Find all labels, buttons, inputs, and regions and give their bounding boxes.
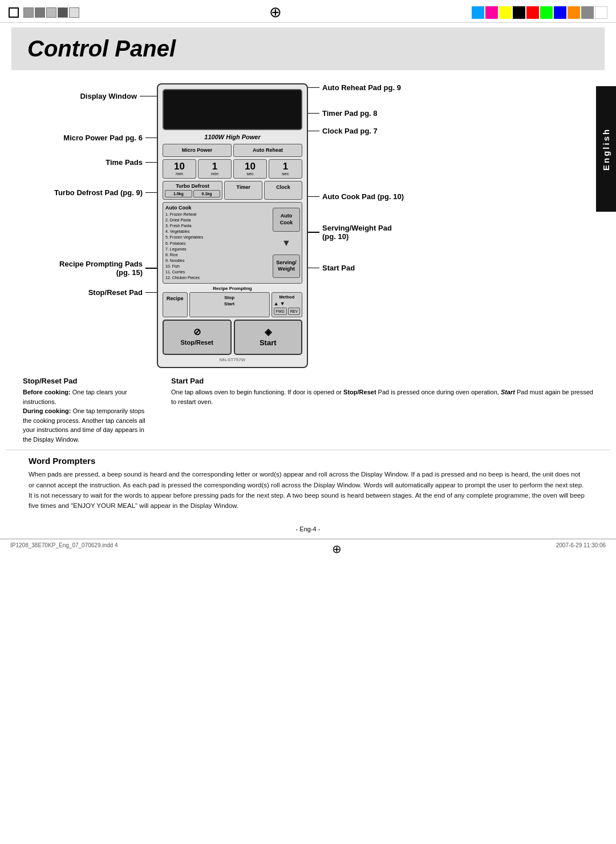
stop-reset-button[interactable]: ⊘ Stop/Reset (163, 320, 232, 355)
start-desc-title: Start Pad (171, 377, 593, 385)
crosshair-bottom-icon: ⊕ (332, 542, 342, 556)
fwd-button[interactable]: FWD (274, 308, 287, 315)
auto-cook-button[interactable]: Auto Cook (273, 208, 300, 231)
microwave-panel-container: 1100W High Power Micro Power Auto Reheat… (157, 75, 308, 368)
auto-cook-item-12: 12. Chicken Pieces (165, 275, 269, 281)
turbo-defrost-button[interactable]: Turbo Defrost 1.0kg 0.1kg (163, 181, 222, 200)
start-description: Start Pad One tap allows oven to begin f… (171, 377, 593, 406)
bottom-descriptions: Stop/Reset Pad Before cooking: One tap c… (0, 368, 616, 450)
serving-weight-pad-label: Serving/Weight Pad (pg. 10) (308, 224, 445, 241)
word-prompters-section: Word Prompters When pads are pressed, a … (6, 450, 610, 517)
defrost-01kg-button[interactable]: 0.1kg (193, 190, 221, 197)
footer-right: 2007-6-29 11:30:06 (556, 542, 606, 556)
rev-button[interactable]: REV (288, 308, 300, 315)
auto-cook-item-11: 11. Curries (165, 269, 269, 275)
down-arrow-icon: ▼ (282, 238, 291, 248)
right-labels-column: Auto Reheat Pad pg. 9 Timer Pad pg. 8 Cl… (308, 75, 445, 272)
auto-cook-item-3: 3. Fresh Pasta (165, 223, 269, 229)
auto-cook-item-9: 9. Noodles (165, 258, 269, 264)
diagram-area: Display Window Micro Power Pad pg. 6 Tim… (0, 75, 616, 368)
big-buttons-row: ⊘ Stop/Reset ◈ Start (163, 320, 302, 355)
method-label: Method (274, 294, 300, 300)
top-btn-row: Micro Power Auto Reheat (163, 144, 302, 157)
page-number: - Eng-4 - (0, 517, 616, 536)
top-registration: ⊕ (0, 0, 616, 23)
auto-cook-item-5: 5. Frozen Vegetables (165, 235, 269, 240)
time-pad-10sec[interactable]: 10 sec (233, 159, 267, 179)
recipe-row: Recipe StopStart Method ▲ ▼ FWD REV (163, 292, 302, 317)
microwave-panel: 1100W High Power Micro Power Auto Reheat… (157, 83, 308, 368)
stop-reset-desc-title: Stop/Reset Pad (23, 377, 154, 385)
auto-cook-right-buttons: Auto Cook ▼ Serving/ Weight (271, 203, 302, 284)
auto-cook-pad-label: Auto Cook Pad (pg. 10) (308, 192, 445, 201)
stop-reset-description: Stop/Reset Pad Before cooking: One tap c… (23, 377, 154, 444)
method-group: Method ▲ ▼ FWD REV (271, 292, 302, 317)
start-desc-body: One tap allows oven to begin functioning… (171, 387, 593, 406)
page-title-section: Control Panel (11, 27, 605, 70)
crosshair-center-icon: ⊕ (269, 3, 282, 21)
stop-reset-desc-body: Before cooking: One tap clears your inst… (23, 387, 154, 444)
stop-reset-pad-label: Stop/Reset Pad (11, 288, 157, 297)
display-window (163, 89, 302, 130)
auto-reheat-pad-label: Auto Reheat Pad pg. 9 (308, 83, 445, 92)
start-button[interactable]: ◈ Start (234, 320, 303, 355)
fwd-button-arrow: ▲ (274, 301, 279, 306)
auto-cook-item-2: 2. Dried Pasta (165, 217, 269, 223)
serving-weight-button[interactable]: Serving/ Weight (273, 255, 300, 278)
timer-pad-label: Timer Pad pg. 8 (308, 109, 445, 118)
micro-power-button[interactable]: Micro Power (163, 144, 232, 157)
display-window-label: Display Window (11, 92, 157, 100)
auto-cook-item-8: 8. Rice (165, 252, 269, 258)
recipe-prompting-label: Recipe Prompting (163, 286, 302, 291)
auto-cook-items: 1. Frozen Reheat 2. Dried Pasta 3. Fresh… (165, 212, 269, 281)
defrost-1kg-button[interactable]: 1.0kg (165, 190, 192, 197)
recipe-button[interactable]: Recipe (163, 292, 188, 317)
page-title: Control Panel (27, 36, 176, 61)
left-labels-column: Display Window Micro Power Pad pg. 6 Tim… (11, 75, 157, 297)
auto-cook-list-container: Auto Cook 1. Frozen Reheat 2. Dried Past… (163, 203, 271, 284)
rev-button-arrow: ▼ (280, 301, 285, 306)
english-sidebar-tab: English (596, 86, 616, 212)
start-pad-label: Start Pad (308, 264, 445, 272)
word-prompters-title: Word Prompters (29, 456, 587, 466)
time-pad-10min[interactable]: 10 min (163, 159, 196, 179)
auto-cook-item-4: 4. Vegetables (165, 229, 269, 235)
auto-cook-list-title: Auto Cook (165, 205, 269, 211)
time-pads-label: Time Pads (11, 158, 157, 167)
recipe-section: Recipe Prompting Recipe StopStart Method… (163, 286, 302, 317)
recipe-prompting-pads-label: Recipe Prompting Pads (pg. 15) (11, 260, 157, 277)
timer-button[interactable]: Timer (224, 181, 262, 200)
auto-cook-item-7: 7. Legumes (165, 247, 269, 252)
time-pad-1min[interactable]: 1 min (198, 159, 232, 179)
time-pad-1sec[interactable]: 1 sec (269, 159, 302, 179)
clock-pad-label: Clock Pad pg. 7 (308, 127, 445, 135)
footer-left: IP1208_38E70KP_Eng_07_070629.indd 4 (10, 542, 118, 556)
model-number: NN-ST757W (163, 357, 302, 362)
footer: IP1208_38E70KP_Eng_07_070629.indd 4 ⊕ 20… (0, 539, 616, 559)
turbo-defrost-pad-label: Turbo Defrost Pad (pg. 9) (11, 188, 157, 197)
auto-cook-section: Auto Cook 1. Frozen Reheat 2. Dried Past… (163, 202, 302, 284)
auto-cook-item-1: 1. Frozen Reheat (165, 212, 269, 217)
micro-power-pad-label: Micro Power Pad pg. 6 (11, 134, 157, 142)
auto-reheat-button[interactable]: Auto Reheat (233, 144, 302, 157)
defrost-row: Turbo Defrost 1.0kg 0.1kg Timer Clock (163, 181, 302, 200)
high-power-label: 1100W High Power (163, 134, 302, 140)
auto-cook-item-10: 10. Fish (165, 264, 269, 269)
time-pads-row: 10 min 1 min 10 sec 1 sec (163, 159, 302, 179)
word-prompters-text: When pads are pressed, a beep sound is h… (29, 469, 587, 511)
clock-button[interactable]: Clock (264, 181, 302, 200)
auto-cook-item-6: 6. Potatoes (165, 241, 269, 247)
stop-start-button[interactable]: StopStart (189, 292, 270, 317)
